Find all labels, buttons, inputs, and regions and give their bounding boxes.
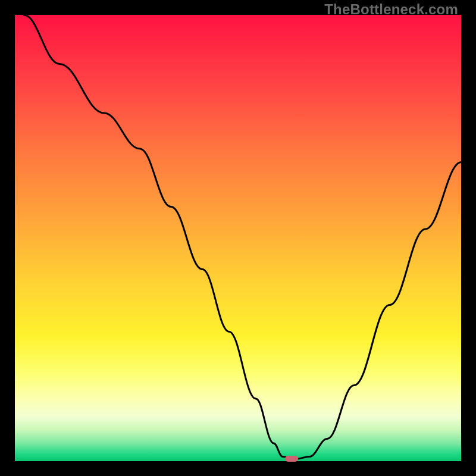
plot-area [15, 15, 461, 461]
optimum-marker [285, 456, 298, 462]
background-gradient [15, 15, 461, 461]
svg-rect-0 [15, 15, 461, 461]
